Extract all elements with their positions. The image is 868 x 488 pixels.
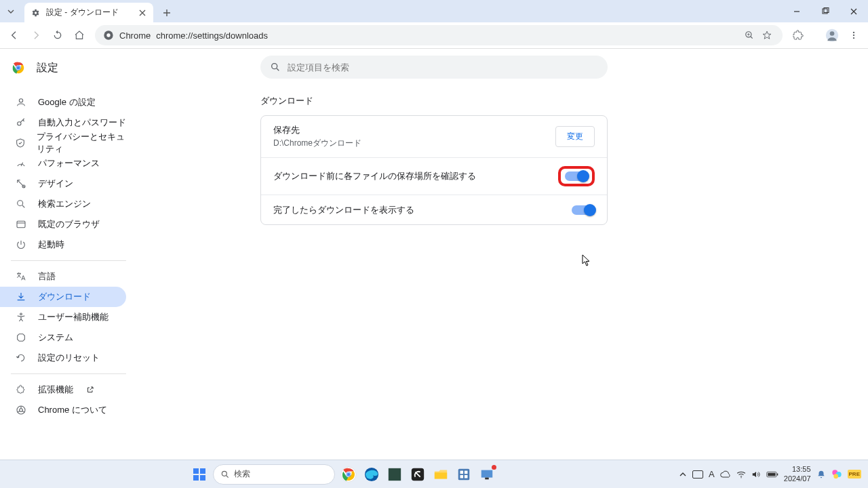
close-icon[interactable]	[137, 7, 148, 18]
chrome-icon	[103, 30, 114, 41]
tray-battery-icon[interactable]	[766, 471, 778, 478]
forward-button[interactable]	[26, 25, 46, 45]
tab-search-button[interactable]	[0, 0, 22, 22]
taskbar-app-edge[interactable]	[362, 465, 381, 484]
taskbar-app-chrome[interactable]	[339, 465, 358, 484]
tray-keyboard-icon[interactable]	[692, 470, 703, 479]
external-link-icon	[85, 385, 95, 394]
zoom-icon[interactable]	[742, 28, 757, 43]
sidebar-item-performance[interactable]: パフォーマンス	[0, 153, 126, 174]
browser-toolbar: Chrome chrome://settings/downloads	[0, 22, 868, 49]
menu-icon[interactable]	[844, 25, 864, 45]
tray-cloud-icon[interactable]	[720, 470, 731, 479]
svg-rect-23	[193, 468, 199, 474]
home-button[interactable]	[69, 25, 90, 45]
sidebar-item-downloads[interactable]: ダウンロード	[0, 287, 126, 307]
sidebar-label: 設定のリセット	[38, 352, 100, 364]
svg-rect-47	[768, 472, 775, 476]
svg-rect-33	[388, 468, 400, 480]
sidebar-label: 既定のブラウザ	[38, 218, 100, 230]
sidebar-item-system[interactable]: システム	[0, 327, 126, 348]
maximize-button[interactable]	[811, 0, 840, 22]
tray-volume-icon[interactable]	[751, 470, 761, 479]
change-location-button[interactable]: 変更	[555, 126, 595, 147]
sidebar-item-appearance[interactable]: デザイン	[0, 174, 126, 194]
sidebar-item-autofill[interactable]: 自動入力とパスワード	[0, 113, 126, 133]
svg-point-22	[272, 64, 277, 69]
close-window-button[interactable]	[840, 0, 868, 22]
minimize-button[interactable]	[783, 0, 811, 22]
svg-point-50	[833, 474, 838, 479]
tray-pre-icon[interactable]: PRE	[848, 470, 861, 479]
tray-wifi-icon[interactable]	[736, 470, 746, 479]
sidebar-item-default-browser[interactable]: 既定のブラウザ	[0, 214, 126, 235]
location-label: 保存先	[273, 124, 555, 136]
svg-point-15	[18, 122, 21, 125]
svg-point-31	[347, 472, 350, 476]
tray-app-icon[interactable]	[831, 469, 842, 480]
sidebar-item-accessibility[interactable]: ユーザー補助機能	[0, 307, 126, 327]
show-toggle[interactable]	[572, 205, 595, 215]
reload-button[interactable]	[47, 25, 68, 45]
puzzle-icon	[15, 384, 27, 396]
tray-chevron-icon[interactable]	[679, 470, 687, 479]
sidebar-label: ダウンロード	[38, 291, 91, 303]
reset-icon	[15, 352, 27, 364]
omnibox-prefix: Chrome	[119, 30, 151, 41]
taskbar-app-generic3[interactable]	[454, 465, 473, 484]
extensions-icon[interactable]	[788, 25, 808, 45]
svg-rect-24	[200, 468, 205, 474]
taskbar-search-label: 検索	[234, 468, 250, 480]
sidebar-label: デザイン	[38, 178, 73, 190]
back-button[interactable]	[4, 25, 24, 45]
svg-point-27	[222, 471, 226, 476]
address-bar[interactable]: Chrome chrome://settings/downloads	[95, 25, 783, 45]
sidebar-label: システム	[38, 331, 73, 344]
tray-notifications-icon[interactable]	[816, 470, 826, 479]
taskbar-app-generic1[interactable]	[385, 465, 404, 484]
svg-rect-43	[693, 470, 703, 478]
taskbar-app-generic4[interactable]	[477, 465, 496, 484]
ask-toggle[interactable]	[565, 171, 588, 181]
svg-point-9	[853, 37, 854, 39]
svg-rect-39	[460, 474, 463, 478]
sidebar-label: 自動入力とパスワード	[38, 117, 126, 129]
new-tab-button[interactable]	[157, 3, 176, 22]
sidebar-item-languages[interactable]: 言語	[0, 266, 126, 287]
sidebar-item-google[interactable]: Google の設定	[0, 92, 126, 113]
bookmark-icon[interactable]	[760, 28, 774, 43]
sidebar-item-reset[interactable]: 設定のリセット	[0, 348, 126, 368]
svg-rect-36	[458, 468, 469, 480]
sidebar-item-about-chrome[interactable]: Chrome について	[0, 400, 126, 420]
sidebar-item-on-startup[interactable]: 起動時	[0, 235, 126, 255]
settings-search[interactable]	[260, 56, 608, 79]
chrome-logo-icon	[11, 60, 26, 75]
sidebar-item-privacy[interactable]: プライバシーとセキュリティ	[0, 133, 126, 153]
shield-icon	[15, 137, 26, 149]
tray-ime-icon[interactable]: A	[709, 469, 715, 479]
start-button[interactable]	[190, 465, 209, 484]
search-icon	[270, 62, 281, 73]
taskbar-search[interactable]: 検索	[213, 464, 335, 485]
sidebar-label: 起動時	[38, 239, 64, 251]
gear-icon	[30, 7, 41, 18]
chrome-small-icon	[15, 404, 27, 416]
settings-search-input[interactable]	[288, 62, 598, 73]
settings-main: ダウンロード 保存先 D:\Chromeダウンロード 変更 ダウンロード前に各フ…	[170, 49, 868, 426]
svg-point-6	[830, 31, 835, 36]
taskbar-app-generic2[interactable]	[408, 465, 427, 484]
sidebar-item-extensions[interactable]: 拡張機能	[0, 380, 126, 400]
show-when-done-row: 完了したらダウンロードを表示する	[261, 195, 607, 224]
ask-before-download-row: ダウンロード前に各ファイルの保存場所を確認する	[261, 157, 607, 195]
svg-point-13	[16, 66, 20, 69]
profile-icon[interactable]	[822, 25, 842, 45]
tray-time: 13:55	[784, 465, 811, 474]
sidebar-label: パフォーマンス	[38, 157, 100, 169]
system-icon	[15, 331, 27, 344]
tray-clock[interactable]: 13:55 2024/07	[784, 465, 811, 483]
browser-tab[interactable]: 設定 - ダウンロード	[24, 3, 153, 22]
power-icon	[15, 239, 27, 251]
taskbar-app-explorer[interactable]	[431, 465, 450, 484]
settings-sidebar: Google の設定 自動入力とパスワード プライバシーとセキュリティ パフォー…	[0, 87, 170, 426]
sidebar-item-search-engine[interactable]: 検索エンジン	[0, 194, 126, 214]
